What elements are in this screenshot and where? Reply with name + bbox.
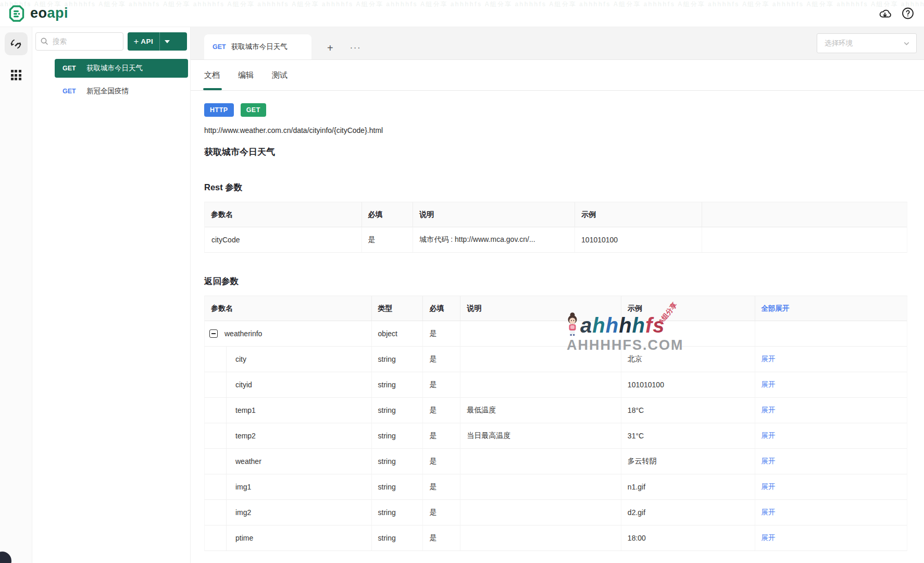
method-label: GET — [63, 88, 86, 95]
tab-strip: GET 获取城市今日天气 + ··· 选择环境 — [191, 27, 924, 60]
add-api-label: API — [141, 38, 153, 45]
param-name-cell: weatherinfo — [205, 321, 372, 347]
tree-indent — [205, 372, 227, 397]
apps-grid-icon[interactable] — [5, 64, 28, 87]
eoapi-logo-icon — [7, 4, 26, 23]
param-name-cell: cityid — [205, 372, 372, 398]
api-url: http://www.weather.com.cn/data/cityinfo/… — [204, 126, 924, 134]
description-cell: 当日最高温度 — [460, 423, 621, 449]
description-cell — [460, 449, 621, 474]
required-cell: 是 — [423, 372, 460, 398]
add-api-button[interactable]: + API — [128, 32, 187, 51]
table-row: img2string是d2.gif展开 — [205, 500, 907, 525]
caret-down-icon[interactable] — [160, 40, 174, 43]
type-cell: object — [372, 321, 423, 347]
search-icon — [40, 37, 48, 47]
required-cell: 是 — [423, 500, 460, 525]
column-header: 参数名 — [205, 202, 362, 227]
environment-select[interactable]: 选择环境 — [817, 33, 917, 53]
param-name: weather — [235, 457, 261, 466]
help-icon[interactable] — [901, 7, 915, 20]
doc-tab-文档[interactable]: 文档 — [204, 60, 220, 90]
expand-link[interactable]: 展开 — [761, 381, 776, 388]
table-row: weatherstring是多云转阴展开 — [205, 449, 907, 474]
tree-indent — [205, 347, 227, 372]
collapse-icon[interactable] — [209, 329, 218, 338]
tab-title: 获取城市今日天气 — [231, 42, 288, 52]
expand-link[interactable]: 展开 — [761, 406, 776, 414]
description-cell — [460, 500, 621, 525]
doc-tab-bar: 文档编辑测试 — [191, 60, 924, 91]
table-row: cityidstring是101010100展开 — [205, 372, 907, 398]
actions-cell: 展开 — [755, 372, 907, 398]
example-cell: 101010100 — [575, 227, 702, 253]
method-label: GET — [63, 65, 86, 72]
actions-cell — [755, 321, 907, 347]
type-cell: string — [372, 474, 423, 500]
badge-row: HTTP GET — [204, 103, 924, 117]
plus-icon: + — [128, 37, 141, 46]
expand-link[interactable]: 展开 — [761, 483, 776, 491]
expand-link[interactable]: 展开 — [761, 355, 776, 363]
expand-link[interactable]: 展开 — [761, 432, 776, 439]
param-name-cell: temp2 — [205, 423, 372, 449]
cloud-download-icon[interactable] — [878, 7, 892, 20]
more-tabs-button[interactable]: ··· — [350, 44, 361, 52]
example-cell: 18°C — [621, 398, 755, 423]
table-row: img1string是n1.gif展开 — [205, 474, 907, 500]
tree-indent — [205, 449, 227, 474]
type-cell: string — [372, 525, 423, 551]
eoapi-app: ahhhhfs A组分享 ahhhhfs A组分享 ahhhhfs A组分享 a… — [0, 0, 924, 563]
column-header: 必填 — [423, 296, 460, 321]
eoapi-wordmark: eoapi — [30, 5, 68, 21]
search-input[interactable] — [35, 32, 123, 51]
description-cell — [460, 474, 621, 500]
doc-tab-编辑[interactable]: 编辑 — [238, 60, 254, 90]
expand-link[interactable]: 展开 — [761, 457, 776, 465]
api-title: 获取城市今日天气 — [204, 146, 924, 158]
param-name: city — [235, 355, 246, 363]
method-badge: GET — [241, 103, 266, 117]
required-cell: 是 — [423, 474, 460, 500]
chevron-down-icon — [903, 40, 910, 47]
add-tab-button[interactable]: + — [327, 43, 333, 53]
required-cell: 是 — [362, 227, 414, 253]
actions-cell: 展开 — [755, 474, 907, 500]
type-cell: string — [372, 372, 423, 398]
nav-rail — [0, 27, 32, 563]
return-params-heading: 返回参数 — [204, 276, 924, 287]
expand-link[interactable]: 展开 — [761, 534, 776, 542]
rest-params-table: 参数名必填说明示例cityCode是城市代码 : http://www.mca.… — [204, 202, 907, 253]
actions-cell: 展开 — [755, 500, 907, 525]
api-management-icon[interactable] — [5, 32, 28, 55]
open-api-tab[interactable]: GET 获取城市今日天气 — [204, 34, 311, 59]
example-cell: n1.gif — [621, 474, 755, 500]
sidebar-api-item[interactable]: GET获取城市今日天气 — [55, 59, 188, 78]
table-row: ptimestring是18:00展开 — [205, 525, 907, 551]
tree-indent — [205, 398, 227, 423]
doc-tab-测试[interactable]: 测试 — [272, 60, 288, 90]
type-cell: string — [372, 398, 423, 423]
type-cell: string — [372, 423, 423, 449]
description-cell — [460, 372, 621, 398]
actions-cell: 展开 — [755, 525, 907, 551]
tree-indent — [205, 500, 227, 525]
expand-all-link[interactable]: 全部展开 — [761, 304, 790, 312]
empty-cell — [702, 227, 907, 253]
rest-params-heading: Rest 参数 — [204, 182, 924, 193]
example-cell: 101010100 — [621, 372, 755, 398]
actions-cell: 展开 — [755, 347, 907, 372]
param-name: temp2 — [235, 432, 256, 440]
environment-placeholder: 选择环境 — [825, 39, 853, 48]
expand-link[interactable]: 展开 — [761, 508, 776, 516]
table-row: temp1string是最低温度18°C展开 — [205, 398, 907, 423]
sidebar-api-item[interactable]: GET新冠全国疫情 — [55, 82, 188, 101]
param-name: cityCode — [211, 236, 240, 244]
doc-content: HTTP GET http://www.weather.com.cn/data/… — [191, 91, 924, 563]
required-cell: 是 — [423, 347, 460, 372]
example-cell: 31°C — [621, 423, 755, 449]
description-cell: 城市代码 : http://www.mca.gov.cn/... — [413, 227, 575, 253]
type-cell: string — [372, 347, 423, 372]
example-cell — [621, 321, 755, 347]
required-cell: 是 — [423, 423, 460, 449]
